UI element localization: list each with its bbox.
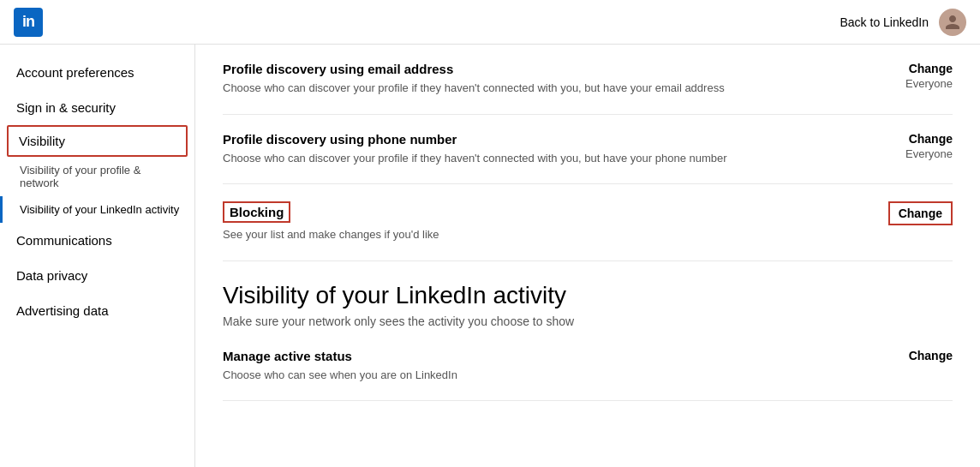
- back-to-linkedin-link[interactable]: Back to LinkedIn: [840, 15, 929, 29]
- phone-discovery-row: Profile discovery using phone number Cho…: [223, 115, 953, 185]
- sidebar-sub-profile-network[interactable]: Visibility of your profile & network: [0, 157, 194, 196]
- sidebar-item-advertising-data[interactable]: Advertising data: [0, 293, 194, 328]
- phone-discovery-change-col: Change Everyone: [884, 132, 953, 160]
- sidebar-item-account-preferences[interactable]: Account preferences: [0, 55, 194, 90]
- phone-discovery-text: Profile discovery using phone number Cho…: [223, 132, 884, 167]
- email-discovery-desc: Choose who can discover your profile if …: [223, 80, 863, 97]
- topnav-right: Back to LinkedIn: [840, 9, 966, 36]
- sidebar-sub-linkedin-activity[interactable]: Visibility of your LinkedIn activity: [0, 196, 194, 223]
- email-discovery-text: Profile discovery using email address Ch…: [223, 62, 884, 97]
- activity-section-heading: Visibility of your LinkedIn activity Mak…: [195, 261, 980, 332]
- email-discovery-change-col: Change Everyone: [884, 62, 953, 90]
- sidebar-item-sign-in-security[interactable]: Sign in & security: [0, 90, 194, 125]
- phone-discovery-change-link[interactable]: Change: [909, 132, 953, 146]
- activity-heading-title: Visibility of your LinkedIn activity: [223, 282, 953, 309]
- blocking-change-col: Change: [884, 201, 953, 225]
- active-status-change-col: Change: [884, 349, 953, 362]
- linkedin-logo[interactable]: in: [14, 8, 43, 37]
- blocking-row: Blocking See your list and make changes …: [223, 184, 953, 261]
- sidebar-item-communications[interactable]: Communications: [0, 223, 194, 258]
- active-status-row: Manage active status Choose who can see …: [223, 332, 953, 402]
- email-discovery-change-link[interactable]: Change: [909, 62, 953, 75]
- activity-section-content: Manage active status Choose who can see …: [195, 332, 980, 402]
- active-status-change-link[interactable]: Change: [909, 349, 953, 362]
- phone-discovery-desc: Choose who can discover your profile if …: [223, 150, 863, 167]
- phone-discovery-change-sub: Everyone: [905, 147, 953, 160]
- phone-discovery-title: Profile discovery using phone number: [223, 132, 863, 147]
- blocking-change-link[interactable]: Change: [888, 201, 953, 225]
- blocking-text: Blocking See your list and make changes …: [223, 201, 884, 243]
- email-discovery-row: Profile discovery using email address Ch…: [223, 45, 953, 115]
- activity-heading-desc: Make sure your network only sees the act…: [223, 314, 953, 328]
- main-content: Profile discovery using email address Ch…: [195, 45, 980, 467]
- profile-section-content: Profile discovery using email address Ch…: [195, 45, 980, 261]
- active-status-title: Manage active status: [223, 349, 863, 363]
- top-navigation: in Back to LinkedIn: [0, 0, 980, 45]
- blocking-desc: See your list and make changes if you'd …: [223, 226, 863, 243]
- email-discovery-title: Profile discovery using email address: [223, 62, 863, 76]
- sidebar: Account preferences Sign in & security V…: [0, 45, 195, 467]
- email-discovery-change-sub: Everyone: [905, 77, 953, 90]
- blocking-title: Blocking: [223, 201, 290, 223]
- page-layout: Account preferences Sign in & security V…: [0, 45, 980, 467]
- sidebar-item-data-privacy[interactable]: Data privacy: [0, 258, 194, 293]
- active-status-text: Manage active status Choose who can see …: [223, 349, 884, 384]
- sidebar-item-visibility[interactable]: Visibility: [7, 125, 188, 157]
- avatar[interactable]: [939, 9, 966, 36]
- active-status-desc: Choose who can see when you are on Linke…: [223, 367, 863, 384]
